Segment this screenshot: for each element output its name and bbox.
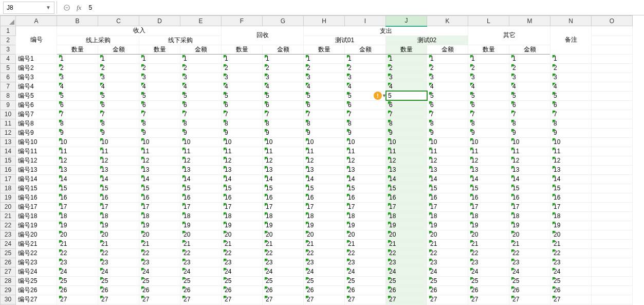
row-header-8[interactable]: 8 bbox=[1, 91, 16, 100]
cell-M5[interactable]: 2 bbox=[509, 63, 550, 73]
cell-C22[interactable]: 19 bbox=[98, 221, 139, 230]
row-header-9[interactable]: 9 bbox=[1, 100, 16, 110]
cell-L24[interactable]: 21 bbox=[468, 239, 509, 248]
cell-C15[interactable]: 12 bbox=[98, 156, 139, 165]
cell-A16[interactable]: 编号13 bbox=[16, 165, 57, 174]
cell-B23[interactable]: 20 bbox=[57, 230, 98, 239]
cell-O23[interactable] bbox=[592, 230, 633, 239]
cell-L7[interactable]: 4 bbox=[468, 82, 509, 91]
cell-F15[interactable]: 12 bbox=[222, 156, 263, 165]
cell-B19[interactable]: 16 bbox=[57, 193, 98, 202]
cell-G6[interactable]: 3 bbox=[263, 73, 304, 82]
cell-E23[interactable]: 20 bbox=[180, 230, 222, 239]
cell-E7[interactable]: 4 bbox=[180, 82, 222, 91]
cell-M24[interactable]: 21 bbox=[509, 239, 550, 248]
cell-E11[interactable]: 8 bbox=[180, 119, 222, 128]
cell-N26[interactable]: 23 bbox=[550, 258, 592, 267]
cell-O6[interactable] bbox=[592, 73, 633, 82]
cell-K12[interactable]: 9 bbox=[427, 128, 468, 137]
fx-icon[interactable]: fx bbox=[77, 4, 81, 12]
cell-M18[interactable]: 15 bbox=[509, 184, 550, 193]
cell-D5[interactable]: 2 bbox=[139, 63, 180, 73]
cell-G5[interactable]: 2 bbox=[263, 63, 304, 73]
cell-K11[interactable]: 8 bbox=[427, 119, 468, 128]
cell-C29[interactable]: 26 bbox=[98, 285, 139, 295]
cell-O2[interactable] bbox=[592, 35, 633, 45]
cell-G8[interactable]: 5 bbox=[263, 91, 304, 100]
cell-M14[interactable]: 11 bbox=[509, 147, 550, 156]
cell-H13[interactable]: 10 bbox=[304, 137, 345, 147]
cell-O1[interactable] bbox=[592, 26, 633, 36]
cell-H4[interactable]: 1 bbox=[304, 54, 345, 63]
cell-A29[interactable]: 编号26 bbox=[16, 285, 57, 295]
cell-G7[interactable]: 4 bbox=[263, 82, 304, 91]
cell-B11[interactable]: 8 bbox=[57, 119, 98, 128]
chevron-down-icon[interactable]: ▼ bbox=[46, 5, 51, 10]
cell-J7[interactable]: 4 bbox=[386, 82, 427, 91]
cell-O19[interactable] bbox=[592, 193, 633, 202]
cell-G11[interactable]: 8 bbox=[263, 119, 304, 128]
cell-B25[interactable]: 22 bbox=[57, 248, 98, 258]
cell-L5[interactable]: 2 bbox=[468, 63, 509, 73]
cell-B8[interactable]: 5 bbox=[57, 91, 98, 100]
cell-E29[interactable]: 26 bbox=[180, 285, 222, 295]
cell-L9[interactable]: 6 bbox=[468, 100, 509, 110]
cell-C25[interactable]: 22 bbox=[98, 248, 139, 258]
cell-H22[interactable]: 19 bbox=[304, 221, 345, 230]
row-header-7[interactable]: 7 bbox=[1, 82, 16, 91]
cell-B4[interactable]: 1 bbox=[57, 54, 98, 63]
cell-B12[interactable]: 9 bbox=[57, 128, 98, 137]
cell-B22[interactable]: 19 bbox=[57, 221, 98, 230]
cell-O17[interactable] bbox=[592, 174, 633, 184]
row-header-4[interactable]: 4 bbox=[1, 54, 16, 63]
cell-L26[interactable]: 23 bbox=[468, 258, 509, 267]
cell-K8[interactable]: 5 bbox=[427, 91, 468, 100]
cell-M29[interactable]: 26 bbox=[509, 285, 550, 295]
cell-I27[interactable]: 24 bbox=[345, 267, 386, 276]
row-header-2[interactable]: 2 bbox=[1, 35, 16, 45]
cell-L8[interactable]: 5 bbox=[468, 91, 509, 100]
row-header-10[interactable]: 10 bbox=[1, 110, 16, 119]
cell-L14[interactable]: 11 bbox=[468, 147, 509, 156]
cell-C12[interactable]: 9 bbox=[98, 128, 139, 137]
cell-M7[interactable]: 4 bbox=[509, 82, 550, 91]
cell-O14[interactable] bbox=[592, 147, 633, 156]
cell-C4[interactable]: 1 bbox=[98, 54, 139, 63]
cell-B6[interactable]: 3 bbox=[57, 73, 98, 82]
cell-I5[interactable]: 2 bbox=[345, 63, 386, 73]
cell-E5[interactable]: 2 bbox=[180, 63, 222, 73]
cell-G19[interactable]: 16 bbox=[263, 193, 304, 202]
cell-C28[interactable]: 25 bbox=[98, 276, 139, 285]
cell-D22[interactable]: 19 bbox=[139, 221, 180, 230]
cell-A15[interactable]: 编号12 bbox=[16, 156, 57, 165]
cell-L12[interactable]: 9 bbox=[468, 128, 509, 137]
cell-E8[interactable]: 5 bbox=[180, 91, 222, 100]
cell-N28[interactable]: 25 bbox=[550, 276, 592, 285]
cell-D30[interactable]: 27 bbox=[139, 295, 180, 304]
cell-L10[interactable]: 7 bbox=[468, 110, 509, 119]
spreadsheet-grid[interactable]: ABCDEFGHIJKLMNO1编号收入回收支出其它备注2线上采购线下采购测试0… bbox=[0, 15, 644, 305]
cell-N7[interactable]: 4 bbox=[550, 82, 592, 91]
col-header-A[interactable]: A bbox=[16, 16, 57, 26]
cell-J15[interactable]: 12 bbox=[386, 156, 427, 165]
cell-J16[interactable]: 13 bbox=[386, 165, 427, 174]
cell-C21[interactable]: 18 bbox=[98, 211, 139, 221]
cell-A8[interactable]: 编号5 bbox=[16, 91, 57, 100]
cell-E25[interactable]: 22 bbox=[180, 248, 222, 258]
cell-D14[interactable]: 11 bbox=[139, 147, 180, 156]
cell-N29[interactable]: 26 bbox=[550, 285, 592, 295]
cell-G22[interactable]: 19 bbox=[263, 221, 304, 230]
cell-E6[interactable]: 3 bbox=[180, 73, 222, 82]
cell-L29[interactable]: 26 bbox=[468, 285, 509, 295]
row-header-5[interactable]: 5 bbox=[1, 63, 16, 73]
error-warning-icon[interactable]: ! bbox=[374, 92, 382, 100]
cell-K22[interactable]: 19 bbox=[427, 221, 468, 230]
cell-K9[interactable]: 6 bbox=[427, 100, 468, 110]
cell-A9[interactable]: 编号6 bbox=[16, 100, 57, 110]
cell-J22[interactable]: 19 bbox=[386, 221, 427, 230]
cell-L27[interactable]: 24 bbox=[468, 267, 509, 276]
cell-B15[interactable]: 12 bbox=[57, 156, 98, 165]
cell-L13[interactable]: 10 bbox=[468, 137, 509, 147]
cell-E4[interactable]: 1 bbox=[180, 54, 222, 63]
cell-B13[interactable]: 10 bbox=[57, 137, 98, 147]
